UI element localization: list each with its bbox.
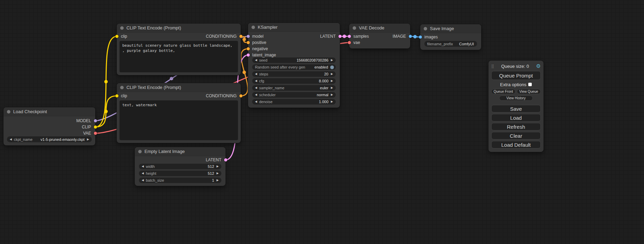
- view-history-button[interactable]: View History: [499, 96, 533, 101]
- input-port-vae[interactable]: [348, 41, 351, 44]
- save-button[interactable]: Save: [491, 105, 541, 112]
- decrement-arrow-icon[interactable]: ◀: [254, 57, 258, 63]
- input-label-clip: clip: [121, 93, 127, 98]
- input-port-latent-image[interactable]: [247, 54, 250, 57]
- increment-arrow-icon[interactable]: ▶: [330, 99, 334, 105]
- collapse-dot-icon[interactable]: [7, 110, 10, 114]
- input-port-images[interactable]: [419, 36, 422, 39]
- node-title-bar[interactable]: Empty Latent Image: [135, 147, 226, 156]
- cfg-widget[interactable]: ◀ cfg 8.000 ▶: [252, 78, 336, 84]
- node-save-image[interactable]: Save Image images filename_prefix ComfyU…: [420, 24, 481, 50]
- increment-arrow-icon[interactable]: ▶: [215, 171, 220, 176]
- input-port-clip[interactable]: [115, 94, 118, 98]
- output-port-clip[interactable]: [94, 126, 97, 129]
- output-port-latent[interactable]: [224, 159, 227, 162]
- collapse-dot-icon[interactable]: [138, 150, 142, 153]
- node-title-bar[interactable]: VAE Decode: [349, 24, 410, 33]
- ckpt-name-widget[interactable]: ◀ ckpt_name v1-5-pruned-emaonly.ckpt ▶: [7, 136, 92, 142]
- increment-arrow-icon[interactable]: ▶: [215, 164, 220, 169]
- collapse-dot-icon[interactable]: [120, 86, 124, 89]
- output-port-conditioning[interactable]: [239, 94, 242, 98]
- refresh-button[interactable]: Refresh: [491, 123, 541, 130]
- scheduler-widget[interactable]: ◀ scheduler normal ▶: [252, 92, 336, 98]
- random-seed-toggle-widget[interactable]: Random seed after every gen enabled: [252, 64, 336, 70]
- increment-arrow-icon[interactable]: ▶: [330, 92, 334, 98]
- node-clip-text-encode-positive[interactable]: CLIP Text Encode (Prompt) clip CONDITION…: [117, 24, 241, 75]
- decrement-arrow-icon[interactable]: ◀: [141, 164, 145, 169]
- decrement-arrow-icon[interactable]: ◀: [254, 99, 258, 105]
- extra-options-checkbox[interactable]: [528, 83, 532, 86]
- collapse-dot-icon[interactable]: [353, 26, 356, 30]
- input-port-positive[interactable]: [247, 41, 250, 44]
- node-title-bar[interactable]: Load Checkpoint: [3, 107, 95, 116]
- filename-prefix-widget[interactable]: filename_prefix ComfyUI: [424, 41, 477, 47]
- batch-size-widget[interactable]: ◀ batch_size 1 ▶: [139, 178, 221, 183]
- decrement-arrow-icon[interactable]: ◀: [254, 78, 258, 84]
- node-load-checkpoint[interactable]: Load Checkpoint MODEL CLIP VAE ◀ ckpt_na…: [3, 107, 95, 145]
- link-dot-image[interactable]: [413, 35, 417, 38]
- load-default-button[interactable]: Load Default: [491, 141, 541, 148]
- output-port-conditioning[interactable]: [239, 35, 242, 38]
- width-widget[interactable]: ◀ width 512 ▶: [139, 164, 221, 169]
- link-dot-conditioning-negative[interactable]: [242, 71, 246, 74]
- increment-arrow-icon[interactable]: ▶: [86, 137, 90, 142]
- output-label-conditioning: CONDITIONING: [206, 34, 237, 39]
- steps-widget[interactable]: ◀ steps 20 ▶: [252, 71, 336, 77]
- decrement-arrow-icon[interactable]: ◀: [141, 178, 145, 183]
- queue-panel-header: ⣿ Queue size: 0 ⚙: [491, 63, 541, 70]
- height-widget[interactable]: ◀ height 512 ▶: [139, 171, 221, 176]
- queue-front-button[interactable]: Queue Front: [491, 89, 515, 94]
- decrement-arrow-icon[interactable]: ◀: [254, 85, 258, 91]
- settings-gear-icon[interactable]: ⚙: [536, 63, 541, 69]
- decrement-arrow-icon[interactable]: ◀: [254, 71, 258, 77]
- widget-value: ComfyUI: [459, 41, 474, 47]
- increment-arrow-icon[interactable]: ▶: [330, 78, 334, 84]
- output-label-latent: LATENT: [320, 34, 336, 39]
- increment-arrow-icon[interactable]: ▶: [330, 57, 334, 63]
- denoise-widget[interactable]: ◀ denoise 1.000 ▶: [252, 99, 336, 105]
- output-port-model[interactable]: [94, 119, 97, 123]
- drag-handle-icon[interactable]: ⣿: [491, 64, 494, 69]
- collapse-dot-icon[interactable]: [424, 27, 427, 30]
- increment-arrow-icon[interactable]: ▶: [215, 178, 220, 183]
- input-port-negative[interactable]: [247, 47, 250, 51]
- sampler-name-widget[interactable]: ◀ sampler_name euler ▶: [252, 85, 336, 91]
- node-ksampler[interactable]: KSampler model LATENT positive negative …: [248, 23, 340, 108]
- widget-label: seed: [259, 57, 267, 63]
- queue-prompt-button[interactable]: Queue Prompt: [491, 71, 541, 80]
- clear-button[interactable]: Clear: [491, 132, 541, 139]
- input-port-clip[interactable]: [115, 35, 118, 38]
- collapse-dot-icon[interactable]: [252, 26, 255, 29]
- positive-prompt-textarea[interactable]: beautiful scenery nature glass bottle la…: [120, 41, 238, 72]
- output-port-vae[interactable]: [94, 132, 97, 135]
- input-port-samples[interactable]: [348, 35, 351, 38]
- output-port-latent[interactable]: [338, 35, 342, 38]
- link-dot-model[interactable]: [170, 77, 173, 80]
- input-port-model[interactable]: [247, 35, 250, 38]
- decrement-arrow-icon[interactable]: ◀: [9, 137, 13, 142]
- toggle-ball-icon[interactable]: [330, 65, 334, 69]
- node-title-bar[interactable]: CLIP Text Encode (Prompt): [117, 83, 241, 92]
- node-title-bar[interactable]: KSampler: [248, 23, 340, 32]
- increment-arrow-icon[interactable]: ▶: [330, 85, 334, 91]
- decrement-arrow-icon[interactable]: ◀: [254, 92, 258, 98]
- comfyui-app: { "colors": { "model": "#B39DDB", "clip"…: [0, 0, 644, 244]
- link-dot-clip-negative[interactable]: [104, 110, 108, 113]
- node-graph-canvas[interactable]: Load Checkpoint MODEL CLIP VAE ◀ ckpt_na…: [0, 0, 644, 244]
- link-dot-latent-samples[interactable]: [343, 35, 346, 38]
- node-vae-decode[interactable]: VAE Decode samples IMAGE vae: [349, 24, 410, 48]
- load-button[interactable]: Load: [491, 114, 541, 121]
- node-title-bar[interactable]: Save Image: [420, 24, 481, 33]
- link-dot-clip-positive[interactable]: [104, 80, 108, 83]
- increment-arrow-icon[interactable]: ▶: [330, 71, 334, 77]
- node-clip-text-encode-negative[interactable]: CLIP Text Encode (Prompt) clip CONDITION…: [117, 83, 241, 143]
- decrement-arrow-icon[interactable]: ◀: [141, 171, 145, 176]
- collapse-dot-icon[interactable]: [120, 26, 124, 30]
- view-queue-button[interactable]: View Queue: [517, 89, 541, 94]
- seed-widget[interactable]: ◀ seed 156680208700286 ▶: [252, 57, 336, 63]
- link-dot-conditioning-positive[interactable]: [242, 38, 246, 41]
- output-port-image[interactable]: [409, 35, 412, 38]
- negative-prompt-textarea[interactable]: text, watermark: [120, 100, 238, 140]
- node-title-bar[interactable]: CLIP Text Encode (Prompt): [117, 24, 241, 33]
- node-empty-latent-image[interactable]: Empty Latent Image LATENT ◀ width 512 ▶ …: [135, 147, 226, 186]
